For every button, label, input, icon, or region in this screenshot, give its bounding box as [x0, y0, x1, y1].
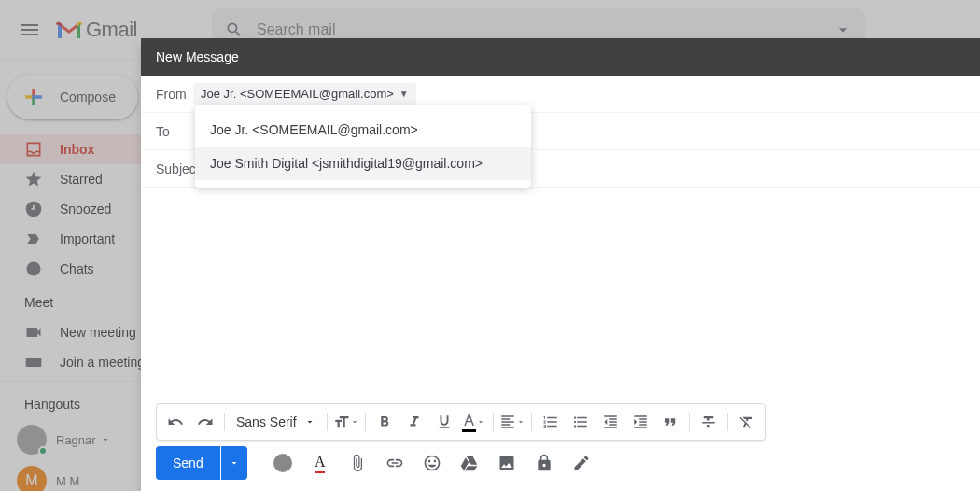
from-option[interactable]: Joe Smith Digital <jsmithdigital19@gmail…: [195, 147, 531, 180]
quote-button[interactable]: [655, 407, 685, 437]
align-button[interactable]: [497, 407, 527, 437]
confidential-mode-button[interactable]: [527, 446, 561, 480]
insert-photo-button[interactable]: [490, 446, 524, 480]
plus-icon: [19, 82, 49, 112]
compose-title: New Message: [156, 49, 239, 64]
star-icon: [24, 170, 43, 189]
underline-button[interactable]: [429, 407, 459, 437]
indent-more-button[interactable]: [625, 407, 655, 437]
search-options-icon[interactable]: [833, 21, 852, 39]
meet-item-label: New meeting: [60, 325, 136, 340]
main-menu-button[interactable]: [7, 7, 52, 52]
insert-link-button[interactable]: [378, 446, 412, 480]
svg-rect-1: [32, 98, 35, 105]
video-icon: [24, 323, 43, 342]
from-option[interactable]: Joe Jr. <SOMEEMAIL@gmail.com>: [195, 113, 531, 147]
avatar: [17, 425, 47, 455]
from-label: From: [156, 87, 193, 102]
formatting-toggle-button[interactable]: [266, 446, 300, 480]
to-label: To: [156, 124, 193, 139]
chat-icon: [24, 260, 43, 278]
gmail-logo-text: Gmail: [86, 18, 137, 42]
strikethrough-button[interactable]: [693, 407, 723, 437]
status-online-icon: [38, 446, 48, 456]
gmail-logo-icon: [56, 20, 82, 40]
separator: [224, 413, 225, 431]
compose-window: New Message From Joe Jr. <SOMEEMAIL@gmai…: [141, 38, 980, 491]
compose-title-bar[interactable]: New Message: [141, 38, 980, 76]
numbered-list-button[interactable]: [536, 407, 566, 437]
chevron-down-icon: [100, 434, 111, 445]
contact-name: Ragnar: [56, 433, 96, 447]
compose-button[interactable]: Compose: [7, 75, 138, 119]
paperclip-icon: [348, 454, 367, 472]
sidebar-item-label: Chats: [60, 261, 94, 276]
from-dropdown-menu: Joe Jr. <SOMEEMAIL@gmail.com> Joe Smith …: [195, 105, 531, 188]
sidebar-item-label: Starred: [60, 172, 103, 187]
font-size-button[interactable]: [331, 407, 361, 437]
emoji-icon: [423, 454, 441, 472]
search-icon: [225, 21, 244, 39]
search-input[interactable]: [257, 21, 833, 38]
separator: [493, 413, 494, 431]
separator: [727, 413, 728, 431]
indent-less-button[interactable]: [595, 407, 625, 437]
sidebar-item-label: Inbox: [60, 142, 94, 157]
drive-icon: [460, 454, 479, 472]
meet-item-label: Join a meeting: [60, 355, 145, 370]
send-button[interactable]: Send: [156, 446, 220, 480]
attach-file-button[interactable]: [341, 446, 374, 480]
undo-button[interactable]: [161, 407, 190, 437]
remove-formatting-button[interactable]: [732, 407, 762, 437]
svg-rect-6: [26, 358, 42, 367]
clock-icon: [24, 200, 43, 218]
sidebar-item-label: Important: [60, 231, 115, 246]
subject-label: Subject: [156, 161, 200, 176]
separator: [327, 413, 328, 431]
hamburger-icon: [19, 19, 41, 41]
from-selector[interactable]: Joe Jr. <SOMEEMAIL@gmail.com> ▼: [193, 83, 416, 105]
svg-point-5: [27, 262, 41, 276]
svg-rect-3: [35, 95, 42, 99]
format-toolbar: Sans Serif A: [156, 403, 766, 441]
bold-button[interactable]: [370, 407, 399, 437]
separator: [689, 413, 690, 431]
font-selector[interactable]: Sans Serif: [229, 414, 323, 429]
inbox-icon: [24, 140, 43, 159]
lock-clock-icon: [535, 454, 553, 472]
insert-drive-button[interactable]: [453, 446, 486, 480]
separator: [365, 413, 366, 431]
important-icon: [24, 230, 43, 248]
svg-rect-2: [25, 95, 33, 99]
pen-icon: [572, 454, 591, 472]
separator: [531, 413, 532, 431]
svg-rect-4: [32, 95, 35, 99]
avatar: M: [17, 466, 47, 491]
gmail-logo[interactable]: Gmail: [56, 18, 137, 42]
keyboard-icon: [24, 353, 43, 372]
send-options-button[interactable]: [221, 446, 247, 480]
svg-rect-0: [32, 89, 35, 96]
link-icon: [385, 454, 404, 472]
bullet-list-button[interactable]: [566, 407, 595, 437]
text-style-button[interactable]: A: [303, 446, 337, 480]
compose-label: Compose: [60, 90, 116, 105]
text-color-button[interactable]: A: [459, 407, 489, 437]
from-selected-text: Joe Jr. <SOMEEMAIL@gmail.com>: [201, 87, 394, 101]
insert-emoji-button[interactable]: [415, 446, 449, 480]
contact-name: M M: [56, 474, 79, 488]
image-icon: [497, 454, 516, 472]
insert-signature-button[interactable]: [565, 446, 598, 480]
sidebar-item-label: Snoozed: [60, 202, 111, 217]
send-bar: Send A: [156, 446, 598, 480]
chevron-down-icon: ▼: [399, 89, 409, 99]
redo-button[interactable]: [190, 407, 220, 437]
italic-button[interactable]: [399, 407, 429, 437]
